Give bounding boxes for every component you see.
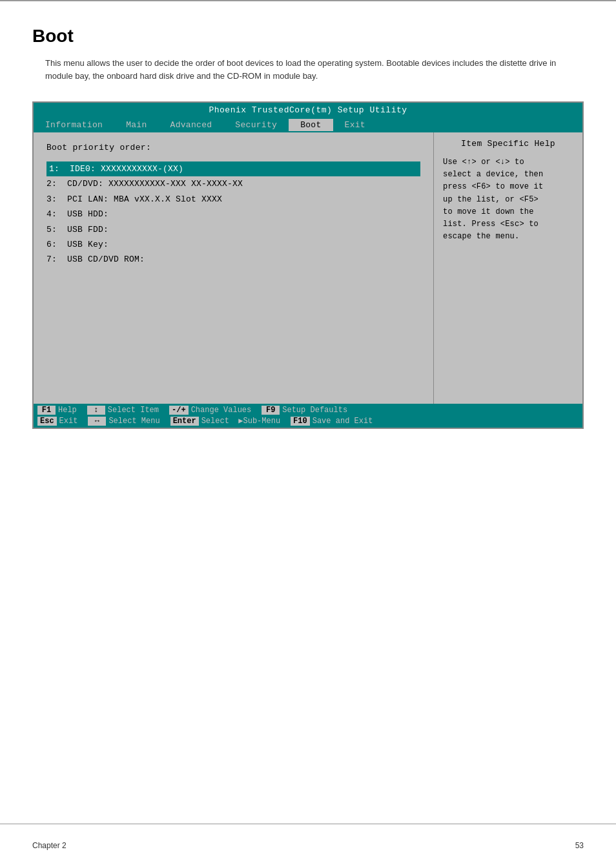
status-esc: Esc Exit xyxy=(37,417,77,426)
bios-help-text: Use <↑> or <↓> to select a device, then … xyxy=(443,156,573,243)
status-f9: F9 Setup Defaults xyxy=(262,406,347,415)
boot-list-item-6[interactable]: 6: USB Key: xyxy=(46,237,420,252)
bios-main-pane: Boot priority order: 1: IDE0: XXXXXXXXXX… xyxy=(34,132,434,404)
enter-label: Select ▶Sub-Menu xyxy=(201,416,280,426)
chapter-label: Chapter 2 xyxy=(32,841,67,850)
status-enter: Enter Select ▶Sub-Menu xyxy=(170,416,280,426)
enter-key: Enter xyxy=(170,417,199,426)
plusminus-key: -/+ xyxy=(169,406,189,415)
footer: Chapter 2 53 xyxy=(32,841,584,850)
esc-key: Esc xyxy=(37,417,57,426)
status-row-2: Esc Exit ↔ Select Menu Enter Select ▶Sub… xyxy=(37,416,579,426)
f9-label: Setup Defaults xyxy=(282,406,347,415)
bios-panel: Phoenix TrustedCore(tm) Setup Utility In… xyxy=(32,101,584,429)
updown-label: Select Item xyxy=(108,406,159,415)
boot-list-item-5[interactable]: 5: USB FDD: xyxy=(46,222,420,237)
bios-help-title: Item Specific Help xyxy=(443,139,573,149)
status-updown: ↕ Select Item xyxy=(87,406,159,415)
updown-key: ↕ xyxy=(87,406,105,415)
top-border xyxy=(0,0,616,1)
bios-menu-advanced[interactable]: Advanced xyxy=(159,119,224,131)
bios-body: Boot priority order: 1: IDE0: XXXXXXXXXX… xyxy=(34,132,582,404)
boot-list-item-7[interactable]: 7: USB CD/DVD ROM: xyxy=(46,252,420,267)
status-plusminus: -/+ Change Values xyxy=(169,406,251,415)
bios-menu-boot[interactable]: Boot xyxy=(289,119,333,131)
f9-key: F9 xyxy=(262,406,280,415)
bios-section-label: Boot priority order: xyxy=(46,143,420,152)
status-f10: F10 Save and Exit xyxy=(291,417,373,426)
page-description: This menu allows the user to decide the … xyxy=(32,57,584,82)
bios-menu-exit[interactable]: Exit xyxy=(333,119,377,131)
f1-key: F1 xyxy=(37,406,56,415)
f10-key: F10 xyxy=(291,417,310,426)
leftright-key: ↔ xyxy=(88,417,106,426)
bios-help-pane: Item Specific Help Use <↑> or <↓> to sel… xyxy=(434,132,582,404)
boot-list-item-2[interactable]: 2: CD/DVD: XXXXXXXXXXX-XXX XX-XXXX-XX xyxy=(46,176,420,191)
bottom-border xyxy=(0,824,616,824)
bios-boot-list: 1: IDE0: XXXXXXXXXXX-(XX) 2: CD/DVD: XXX… xyxy=(46,161,420,267)
bios-menu-main[interactable]: Main xyxy=(114,119,158,131)
f1-label: Help xyxy=(58,406,77,415)
bios-menu-information[interactable]: Information xyxy=(34,119,114,131)
page-number: 53 xyxy=(575,841,584,850)
status-f1: F1 Help xyxy=(37,406,77,415)
boot-list-item-4[interactable]: 4: USB HDD: xyxy=(46,207,420,222)
bios-title-bar: Phoenix TrustedCore(tm) Setup Utility xyxy=(34,103,582,118)
boot-list-item-1[interactable]: 1: IDE0: XXXXXXXXXXX-(XX) xyxy=(46,161,420,176)
bios-menu-bar: Information Main Advanced Security Boot … xyxy=(34,118,582,132)
esc-label: Exit xyxy=(59,417,78,426)
f10-label: Save and Exit xyxy=(313,417,373,426)
leftright-label: Select Menu xyxy=(108,417,159,426)
status-leftright: ↔ Select Menu xyxy=(88,417,159,426)
status-row-1: F1 Help ↕ Select Item -/+ Change Values … xyxy=(37,406,579,415)
page-title: Boot xyxy=(32,26,584,47)
boot-list-item-3[interactable]: 3: PCI LAN: MBA vXX.X.X Slot XXXX xyxy=(46,192,420,207)
plusminus-label: Change Values xyxy=(191,406,252,415)
bios-menu-security[interactable]: Security xyxy=(223,119,289,131)
bios-status-bar: F1 Help ↕ Select Item -/+ Change Values … xyxy=(34,404,582,428)
